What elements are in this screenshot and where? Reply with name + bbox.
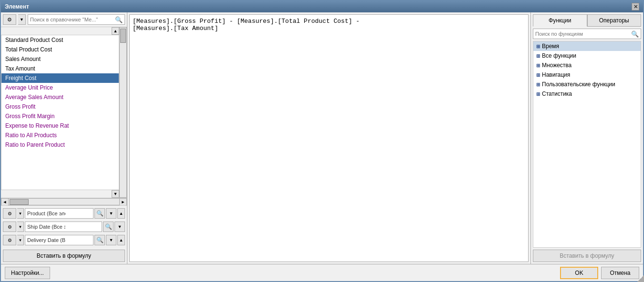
functions-search-icon: 🔍 — [631, 30, 639, 38]
cancel-button[interactable]: Отмена — [601, 267, 639, 279]
scroll-right-button[interactable]: ► — [119, 198, 127, 205]
tab-operators[interactable]: Операторы — [587, 14, 642, 27]
tab-operators-label: Операторы — [599, 17, 629, 24]
function-group-label: Множества — [542, 62, 571, 69]
function-group-label: Время — [542, 43, 559, 50]
expand-icon: ⊞ — [536, 82, 540, 87]
ok-label: OK — [575, 270, 583, 276]
filter-gear-arrow-2[interactable]: ▼ — [17, 222, 24, 232]
filter-up-btn-1[interactable]: ▲ — [117, 208, 125, 219]
list-with-scrollbar: ▲ Standard Product CostTotal Product Cos… — [1, 27, 127, 198]
bottom-right-buttons: OK Отмена — [560, 267, 639, 279]
formula-editor[interactable] — [129, 14, 529, 262]
filter-search-btn-3[interactable]: 🔍 — [94, 235, 105, 245]
gear-dropdown-button[interactable]: ▼ — [18, 14, 26, 25]
list-item[interactable]: Average Sales Amount — [1, 92, 119, 102]
search-row: ⚙ ▼ 🔍 — [1, 12, 127, 27]
filter-gear-2[interactable]: ⚙ — [3, 222, 16, 232]
main-content: ⚙ ▼ 🔍 ▲ — [1, 12, 643, 264]
close-button[interactable]: ✕ — [632, 3, 639, 10]
gear-button[interactable]: ⚙ — [3, 14, 16, 25]
insert-formula-button[interactable]: Вставить в формулу — [3, 250, 125, 262]
scrollbar-thumb[interactable] — [120, 29, 126, 43]
list-item[interactable]: Sales Amount — [1, 54, 119, 64]
list-container: Standard Product CostTotal Product CostS… — [1, 35, 119, 190]
ok-button[interactable]: OK — [560, 267, 598, 279]
expand-icon: ⊞ — [536, 53, 540, 59]
filter-display-3: Delivery Date (Все эл — [25, 235, 93, 245]
filter-up-btn-3[interactable]: ▲ — [117, 235, 125, 245]
tab-functions-label: Функции — [549, 17, 571, 24]
filter-gear-3[interactable]: ⚙ — [3, 235, 16, 245]
filter-label-1: Product (Все элемен — [27, 211, 65, 216]
filter-gear-arrow-1[interactable]: ▼ — [17, 208, 24, 219]
h-scroll-track — [9, 198, 119, 205]
center-panel — [127, 12, 531, 264]
right-tabs: Функции Операторы — [531, 12, 643, 27]
filter-row-3: ⚙ ▼ Delivery Date (Все эл 🔍 ▼ ▲ — [3, 234, 125, 246]
filter-row-1: ⚙ ▼ Product (Все элемен 🔍 ▼ ▲ — [3, 208, 125, 219]
function-group-item[interactable]: ⊞Пользовательские функции — [533, 80, 641, 89]
tab-functions[interactable]: Функции — [533, 14, 587, 27]
filter-row-2: ⚙ ▼ Ship Date (Все эле 🔍 ▼ — [3, 221, 125, 232]
list-item[interactable]: Standard Product Cost — [1, 35, 119, 45]
gear-icon: ⚙ — [7, 17, 12, 23]
filter-search-btn-1[interactable]: 🔍 — [94, 208, 105, 219]
settings-button[interactable]: Настройки... — [5, 267, 50, 279]
list-item[interactable]: Average Unit Price — [1, 83, 119, 92]
expand-icon: ⊞ — [536, 91, 540, 97]
resize-handle[interactable] — [637, 275, 644, 282]
list-item[interactable]: Gross Profit Margin — [1, 111, 119, 121]
chevron-down-icon: ▼ — [20, 17, 24, 22]
filter-gear-1[interactable]: ⚙ — [3, 208, 16, 219]
scrollbar-track — [120, 28, 126, 197]
function-group-item[interactable]: ⊞Статистика — [533, 89, 641, 99]
filter-dropdown-btn-1[interactable]: ▼ — [106, 208, 116, 219]
left-panel: ⚙ ▼ 🔍 ▲ — [1, 12, 127, 264]
right-panel: Функции Операторы 🔍 ⊞Время⊞Все функции⊞М… — [531, 12, 643, 264]
functions-search-input[interactable] — [535, 31, 631, 37]
list-item[interactable]: Ratio to All Products — [1, 131, 119, 140]
function-group-item[interactable]: ⊞Время — [533, 41, 641, 51]
list-item[interactable]: Ratio to Parent Product — [1, 140, 119, 150]
filter-label-3: Delivery Date (Все эл — [27, 237, 65, 243]
window-title: Элемент — [5, 3, 29, 10]
list-item[interactable]: Expense to Revenue Rat — [1, 121, 119, 131]
scroll-left-button[interactable]: ◄ — [1, 198, 9, 205]
insert-formula-right-button[interactable]: Вставить в формулу — [533, 250, 641, 262]
filter-dropdown-btn-3[interactable]: ▼ — [106, 235, 116, 245]
filters-area: ⚙ ▼ Product (Все элемен 🔍 ▼ ▲ ⚙ ▼ — [1, 205, 127, 248]
list-item[interactable]: Tax Amount — [1, 64, 119, 73]
search-input[interactable] — [30, 17, 115, 22]
function-group-item[interactable]: ⊞Все функции — [533, 51, 641, 60]
scroll-down-button[interactable]: ▼ — [112, 190, 119, 198]
settings-label: Настройки... — [11, 270, 44, 276]
bottom-bar: Настройки... OK Отмена — [1, 264, 643, 281]
list-item[interactable]: Gross Profit — [1, 102, 119, 111]
filter-gear-arrow-3[interactable]: ▼ — [17, 235, 24, 245]
function-group-label: Пользовательские функции — [542, 81, 615, 88]
function-group-item[interactable]: ⊞Навигация — [533, 70, 641, 80]
list-item[interactable]: Freight Cost — [1, 73, 119, 83]
filter-dropdown-btn-2[interactable]: ▼ — [114, 222, 125, 232]
vertical-scrollbar[interactable] — [119, 27, 127, 198]
filter-display-1: Product (Все элемен — [25, 208, 93, 219]
filter-search-btn-2[interactable]: 🔍 — [103, 222, 114, 232]
function-group-item[interactable]: ⊞Множества — [533, 60, 641, 70]
expand-icon: ⊞ — [536, 72, 540, 78]
h-scroll-thumb[interactable] — [10, 199, 29, 205]
list-item[interactable]: Total Product Cost — [1, 45, 119, 54]
expand-icon: ⊞ — [536, 44, 540, 49]
scroll-up-button[interactable]: ▲ — [112, 27, 119, 35]
functions-search-row: 🔍 — [533, 29, 641, 39]
function-group-label: Статистика — [542, 91, 572, 97]
search-container: 🔍 — [28, 14, 125, 25]
horizontal-scroll-row: ◄ ► — [1, 198, 127, 205]
insert-formula-right-label: Вставить в формулу — [560, 252, 614, 259]
search-icon: 🔍 — [115, 16, 123, 23]
expand-icon: ⊞ — [536, 63, 540, 68]
function-group-label: Навигация — [542, 71, 570, 78]
list-area: ▲ Standard Product CostTotal Product Cos… — [1, 27, 127, 205]
function-group-label: Все функции — [542, 52, 576, 59]
cancel-label: Отмена — [610, 270, 630, 276]
